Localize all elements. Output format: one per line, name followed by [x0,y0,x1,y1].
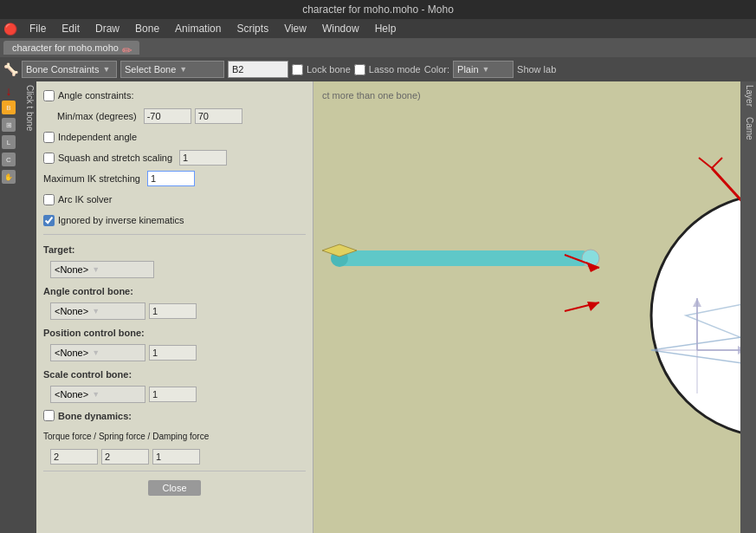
arc-ik-label: Arc IK solver [58,194,112,205]
target-dropdown[interactable]: <None> ▼ [50,261,154,278]
angle-control-row: <None> ▼ [43,302,306,320]
max-degrees-input[interactable] [195,108,242,124]
max-ik-input[interactable] [147,171,195,186]
color-label: Color: [424,64,449,75]
angle-none-value: <None> [55,306,88,316]
min-max-row: Min/max (degrees) [43,107,306,125]
menu-edit[interactable]: Edit [55,21,87,36]
arc-ik-checkbox[interactable] [43,194,55,205]
ignored-ik-checkbox[interactable] [43,215,55,226]
position-none-value: <None> [55,348,88,358]
menu-draw[interactable]: Draw [88,21,126,36]
bone-constraints-dropdown[interactable]: Bone Constraints ▼ [22,61,117,78]
menu-animation[interactable]: Animation [168,21,228,36]
position-control-row: <None> ▼ [43,344,306,361]
scale-control-input[interactable] [149,387,197,402]
bone-tool-icon[interactable]: 🦴 [3,62,18,76]
independent-angle-row: Independent angle [43,128,306,146]
bone-tool-sidebar-icon[interactable]: B [2,101,16,114]
target-arrow-icon: ▼ [92,265,100,274]
svg-line-3 [712,158,722,168]
select-bone-dropdown[interactable]: Select Bone ▼ [120,61,224,78]
layer-icon[interactable]: L [2,135,16,149]
svg-marker-19 [587,302,599,311]
torque-input[interactable] [50,449,98,465]
squash-value-input[interactable] [179,150,227,166]
titlebar: character for moho.moho - Moho [0,0,756,19]
target-row: Target: [43,240,306,257]
position-control-label-row: Position control bone: [43,323,306,341]
menu-window[interactable]: Window [315,21,366,36]
torque-label: Torque force / Spring force / Damping fo… [43,432,209,441]
dropdown2-arrow-icon: ▼ [179,65,187,74]
right-panel-tabs: Layer Came [740,81,756,533]
arrow-indicator-icon: ↓ [6,85,12,97]
position-control-dropdown[interactable]: <None> ▼ [50,344,145,361]
camera-icon[interactable]: C [2,153,16,166]
menu-help[interactable]: Help [368,21,404,36]
bone-constraints-label: Bone Constraints [26,64,99,75]
menubar: 🔴 File Edit Draw Bone Animation Scripts … [0,19,756,38]
independent-angle-label: Independent angle [58,132,137,142]
tab-label: character for moho.moho [12,42,119,53]
angle-constraints-checkbox[interactable] [43,90,55,101]
titlebar-text: character for moho.moho - Moho [302,3,454,16]
menu-view[interactable]: View [277,21,313,36]
angle-control-label-row: Angle control bone: [43,282,306,299]
toolbar: 🦴 Bone Constraints ▼ Select Bone ▼ Lock … [0,57,756,81]
scale-none-value: <None> [55,389,88,400]
torque-row [43,448,306,465]
squash-stretch-checkbox[interactable] [43,153,55,164]
scale-control-arrow-icon: ▼ [92,390,100,399]
canvas-svg [313,81,740,533]
bone-constraints-panel: Angle constraints: Min/max (degrees) Ind… [36,81,313,533]
menu-bone[interactable]: Bone [128,21,166,36]
close-button[interactable]: Close [148,480,200,496]
independent-angle-checkbox[interactable] [43,132,55,143]
position-control-input[interactable] [149,345,197,361]
position-control-label: Position control bone: [43,328,145,338]
document-tab[interactable]: character for moho.moho ✏ [3,41,139,55]
color-dropdown[interactable]: Plain ▼ [453,61,514,78]
main-area: ↓ B ⊞ L C ✋ Click t bone Angle constrain… [0,81,756,533]
lasso-mode-checkbox[interactable] [354,64,365,75]
svg-line-2 [699,158,712,168]
menu-file[interactable]: File [23,21,53,36]
bone-name-input[interactable] [228,61,288,78]
max-ik-row: Maximum IK stretching [43,170,306,187]
scale-control-row: <None> ▼ [43,386,306,403]
damping-input[interactable] [152,449,200,465]
transform-icon[interactable]: ⊞ [2,118,16,132]
ignored-ik-label: Ignored by inverse kinematics [58,215,184,225]
color-arrow-icon: ▼ [482,65,490,74]
spring-input[interactable] [101,449,149,465]
lock-bone-checkbox[interactable] [292,64,303,75]
left-sidebar: ↓ B ⊞ L C ✋ [0,81,17,533]
min-degrees-input[interactable] [144,108,191,124]
min-max-label: Min/max (degrees) [57,111,137,121]
angle-control-dropdown[interactable]: <None> ▼ [50,302,145,320]
scale-control-label: Scale control bone: [43,369,132,380]
scale-control-dropdown[interactable]: <None> ▼ [50,386,145,403]
canvas-area[interactable]: ct more than one bone) [313,81,740,533]
hand-icon[interactable]: ✋ [2,170,16,184]
select-bone-label: Select Bone [125,64,176,75]
tab-edit-icon[interactable]: ✏ [122,43,131,52]
dropdown1-arrow-icon: ▼ [102,65,110,74]
bone-dynamics-row: Bone dynamics: [43,406,306,424]
layer-tab-label[interactable]: Layer [742,85,754,107]
color-value: Plain [457,64,478,75]
bone-dynamics-checkbox[interactable] [43,410,55,421]
lasso-mode-label: Lasso mode [369,64,421,75]
position-control-arrow-icon: ▼ [92,348,100,357]
menu-scripts[interactable]: Scripts [229,21,275,36]
squash-stretch-label: Squash and stretch scaling [58,153,172,163]
camera-tab-label[interactable]: Came [742,117,754,140]
bone-bar [331,250,591,266]
angle-control-input[interactable] [149,303,197,319]
scale-control-label-row: Scale control bone: [43,365,306,382]
show-label: Show lab [517,64,556,75]
angle-control-label: Angle control bone: [43,286,133,296]
app-logo: 🔴 [3,23,17,36]
angle-constraints-row: Angle constraints: [43,87,306,104]
